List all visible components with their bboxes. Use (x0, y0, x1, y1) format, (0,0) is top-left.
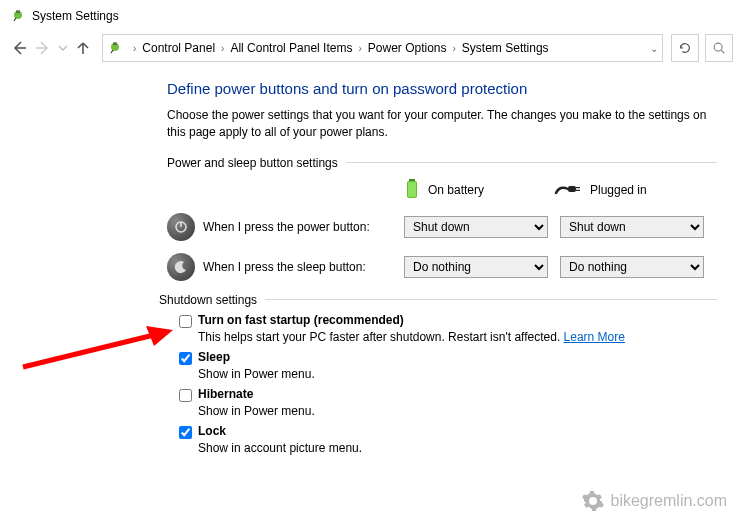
content: Define power buttons and turn on passwor… (0, 72, 741, 469)
chevron-down-icon[interactable]: ⌄ (650, 43, 658, 54)
svg-rect-2 (19, 10, 20, 13)
chevron-right-icon[interactable]: › (352, 43, 367, 54)
back-button[interactable] (8, 37, 30, 59)
chevron-right-icon[interactable]: › (215, 43, 230, 54)
fast-startup-checkbox[interactable] (179, 315, 192, 328)
group-label-text: Power and sleep button settings (167, 156, 338, 170)
checkbox-label: Sleep (198, 350, 230, 364)
row-sleep-button: When I press the sleep button: Do nothin… (167, 253, 717, 281)
power-plug-icon (107, 40, 123, 56)
col-label: On battery (428, 183, 484, 197)
row-label: When I press the power button: (203, 220, 404, 234)
svg-point-0 (14, 11, 22, 19)
lock-desc: Show in account picture menu. (198, 441, 717, 455)
page-subhead: Choose the power settings that you want … (167, 107, 717, 142)
checkbox-fast-startup: Turn on fast startup (recommended) (179, 313, 717, 328)
titlebar: System Settings (0, 0, 741, 30)
group-label-text: Shutdown settings (159, 293, 257, 307)
col-on-battery: On battery (404, 178, 554, 203)
svg-rect-9 (408, 182, 416, 197)
svg-point-6 (714, 43, 722, 51)
checkbox-label: Turn on fast startup (recommended) (198, 313, 404, 327)
col-plugged-in: Plugged in (554, 181, 704, 200)
sleep-button-plugged-select[interactable]: Do nothing (560, 256, 704, 278)
svg-rect-4 (114, 42, 115, 45)
page-heading: Define power buttons and turn on passwor… (167, 80, 717, 97)
watermark-text: bikegremlin.com (611, 492, 727, 510)
power-button-battery-select[interactable]: Shut down (404, 216, 548, 238)
search-button[interactable] (705, 34, 733, 62)
row-label: When I press the sleep button: (203, 260, 404, 274)
power-button-plugged-select[interactable]: Shut down (560, 216, 704, 238)
checkbox-sleep: Sleep (179, 350, 717, 365)
breadcrumb-item[interactable]: All Control Panel Items (230, 41, 352, 55)
svg-rect-11 (576, 187, 580, 188)
recent-dropdown[interactable] (56, 37, 70, 59)
checkbox-lock: Lock (179, 424, 717, 439)
hibernate-checkbox[interactable] (179, 389, 192, 402)
gear-icon (581, 489, 605, 513)
navbar: › Control Panel › All Control Panel Item… (0, 30, 741, 72)
svg-rect-5 (116, 42, 117, 45)
battery-icon (404, 178, 420, 203)
row-power-button: When I press the power button: Shut down… (167, 213, 717, 241)
checkbox-hibernate: Hibernate (179, 387, 717, 402)
forward-button[interactable] (32, 37, 54, 59)
column-headers: On battery Plugged in (167, 178, 717, 203)
chevron-right-icon[interactable]: › (447, 43, 462, 54)
divider (346, 162, 717, 163)
fast-startup-desc: This helps start your PC faster after sh… (198, 330, 717, 344)
window-title: System Settings (32, 9, 119, 23)
sleep-desc: Show in Power menu. (198, 367, 717, 381)
svg-rect-12 (576, 190, 580, 191)
checkbox-label: Lock (198, 424, 226, 438)
breadcrumb-item[interactable]: Control Panel (142, 41, 215, 55)
breadcrumb-item[interactable]: System Settings (462, 41, 549, 55)
svg-rect-7 (409, 179, 415, 181)
sleep-button-battery-select[interactable]: Do nothing (404, 256, 548, 278)
col-label: Plugged in (590, 183, 647, 197)
refresh-button[interactable] (671, 34, 699, 62)
svg-point-3 (111, 43, 119, 51)
checkbox-label: Hibernate (198, 387, 253, 401)
up-button[interactable] (72, 37, 94, 59)
watermark: bikegremlin.com (581, 489, 727, 513)
svg-rect-10 (568, 186, 576, 192)
sleep-icon (167, 253, 195, 281)
group-shutdown: Shutdown settings (159, 293, 717, 307)
chevron-right-icon[interactable]: › (127, 43, 142, 54)
divider (265, 299, 717, 300)
svg-rect-1 (17, 10, 18, 13)
breadcrumb-item[interactable]: Power Options (368, 41, 447, 55)
group-power-sleep: Power and sleep button settings (167, 156, 717, 170)
breadcrumb[interactable]: › Control Panel › All Control Panel Item… (102, 34, 663, 62)
power-plug-icon (10, 8, 26, 24)
plug-icon (554, 181, 582, 200)
sleep-checkbox[interactable] (179, 352, 192, 365)
lock-checkbox[interactable] (179, 426, 192, 439)
power-icon (167, 213, 195, 241)
learn-more-link[interactable]: Learn More (564, 330, 625, 344)
hibernate-desc: Show in Power menu. (198, 404, 717, 418)
